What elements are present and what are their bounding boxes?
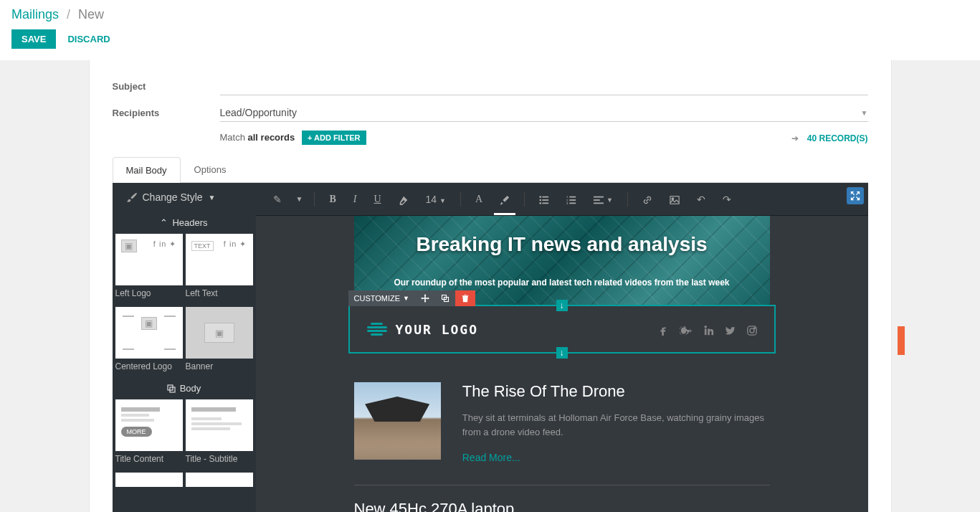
article-image	[354, 382, 441, 460]
svg-rect-8	[569, 196, 576, 197]
magic-icon[interactable]: ✎	[270, 191, 285, 208]
block-banner[interactable]: ▣ Banner	[186, 307, 253, 377]
breadcrumb-current: New	[78, 7, 104, 22]
svg-rect-15	[594, 199, 600, 201]
breadcrumb-root[interactable]: Mailings	[11, 7, 59, 22]
caret-down-icon: ▼	[861, 109, 868, 117]
svg-rect-5	[542, 199, 548, 201]
italic-button[interactable]: I	[351, 191, 360, 208]
editor-toolbar: ✎ ▼ B I U 14 ▼ A 123 ▼	[256, 183, 868, 216]
social-icons-mini: f in ✦	[224, 240, 247, 249]
match-text: Match all records	[220, 132, 298, 143]
undo-button[interactable]: ↶	[694, 191, 708, 208]
image-icon: ▣	[141, 317, 157, 330]
logo: YOUR LOGO	[367, 319, 479, 339]
svg-rect-10	[569, 202, 576, 204]
eraser-icon[interactable]	[396, 190, 411, 207]
delete-button[interactable]	[455, 290, 475, 306]
article-title: The Rise Of The Drone	[462, 382, 770, 401]
subject-input[interactable]	[220, 77, 868, 95]
chevron-down-icon[interactable]: ▼	[296, 195, 303, 203]
arrow-down-handle-bottom[interactable]: ↓	[556, 347, 568, 359]
image-button[interactable]	[667, 190, 682, 207]
article-block[interactable]: The Rise Of The Drone They sit at termin…	[354, 382, 770, 463]
underline-button[interactable]: U	[371, 191, 384, 208]
svg-point-2	[540, 196, 542, 198]
expand-icon	[850, 191, 860, 201]
copy-icon	[167, 384, 176, 393]
social-icons-mini: f in ✦	[153, 240, 177, 249]
chevron-up-icon: ⌃	[160, 217, 168, 228]
orange-strip-right	[898, 326, 905, 355]
svg-rect-16	[594, 202, 604, 204]
block-extra-2[interactable]	[186, 473, 253, 487]
list-ul-button[interactable]	[536, 190, 552, 207]
svg-point-4	[540, 199, 542, 201]
recipients-select[interactable]: Lead/Opportunity ▼	[220, 104, 868, 122]
block-title-content[interactable]: MORE Title Content	[115, 399, 183, 470]
facebook-icon[interactable]	[658, 323, 668, 335]
expand-button[interactable]	[847, 187, 864, 204]
records-link[interactable]: 40 RECORD(S)	[807, 133, 868, 143]
breadcrumb-sep: /	[67, 7, 70, 22]
copy-icon	[441, 294, 449, 303]
align-button[interactable]: ▼	[591, 190, 616, 207]
block-left-text[interactable]: TEXT f in ✦ Left Text	[186, 234, 253, 304]
brush-icon	[127, 192, 137, 202]
bg-color-button[interactable]	[497, 190, 513, 207]
svg-rect-9	[569, 199, 576, 201]
change-style-button[interactable]: Change Style ▼	[113, 183, 256, 212]
redo-button[interactable]: ↷	[720, 191, 734, 208]
recipients-label: Recipients	[113, 108, 220, 118]
link-button[interactable]	[639, 190, 655, 207]
arrow-down-handle-top[interactable]: ↓	[556, 300, 568, 311]
image-icon: ▣	[204, 323, 234, 343]
svg-rect-3	[542, 196, 548, 197]
subject-label: Subject	[113, 81, 220, 92]
breadcrumb: Mailings / New	[11, 7, 969, 22]
list-ol-button[interactable]: 123	[563, 190, 579, 207]
read-more-link[interactable]: Read More...	[462, 452, 520, 463]
add-filter-button[interactable]: + ADD FILTER	[302, 131, 366, 145]
tab-mail-body[interactable]: Mail Body	[113, 157, 181, 183]
recipients-value: Lead/Opportunity	[220, 107, 297, 118]
svg-point-24	[749, 328, 753, 332]
tab-options[interactable]: Options	[181, 156, 240, 182]
logo-block[interactable]: CUSTOMIZE ▼ ↓ ↓ YOUR LOGO	[348, 305, 776, 354]
article-title: New 45Hc 270A laptop	[354, 500, 770, 512]
linkedin-icon[interactable]	[704, 323, 714, 335]
instagram-icon[interactable]	[747, 323, 757, 335]
twitter-icon[interactable]	[726, 323, 736, 335]
article-block-2[interactable]: New 45Hc 270A laptop	[354, 485, 770, 512]
article-body: They sit at terminals at Holloman Air Fo…	[462, 411, 770, 439]
font-size-select[interactable]: 14 ▼	[423, 191, 449, 208]
svg-rect-17	[670, 196, 679, 204]
text-color-button[interactable]: A	[472, 191, 485, 208]
block-extra-1[interactable]	[115, 473, 183, 487]
block-left-logo[interactable]: ▣ f in ✦ Left Logo	[115, 234, 183, 304]
move-button[interactable]	[415, 290, 435, 306]
customize-button[interactable]: CUSTOMIZE ▼	[348, 290, 416, 306]
image-icon: ▣	[121, 240, 137, 252]
svg-text:3: 3	[566, 202, 569, 205]
save-button[interactable]: SAVE	[11, 29, 56, 49]
bold-button[interactable]: B	[326, 191, 338, 208]
svg-point-22	[704, 326, 707, 328]
clone-button[interactable]	[435, 290, 455, 306]
body-section-title: Body	[113, 377, 256, 399]
svg-rect-7	[542, 202, 548, 204]
logo-icon	[367, 319, 387, 339]
google-plus-icon[interactable]	[680, 323, 693, 335]
arrow-right-icon: ➔	[791, 133, 799, 143]
discard-button[interactable]: DISCARD	[67, 34, 110, 44]
svg-rect-21	[704, 328, 706, 335]
svg-point-18	[672, 198, 674, 200]
block-centered-logo[interactable]: ▣ Centered Logo	[115, 307, 183, 377]
trash-icon	[461, 294, 470, 303]
block-title-subtitle[interactable]: Title - Subtitle	[186, 399, 253, 470]
hero-title: Breaking IT news and analysis	[416, 233, 707, 256]
svg-point-6	[540, 202, 542, 204]
move-icon	[421, 294, 429, 303]
svg-point-25	[753, 327, 755, 328]
hero-subtitle: Our roundup of the most popular and late…	[394, 278, 729, 288]
